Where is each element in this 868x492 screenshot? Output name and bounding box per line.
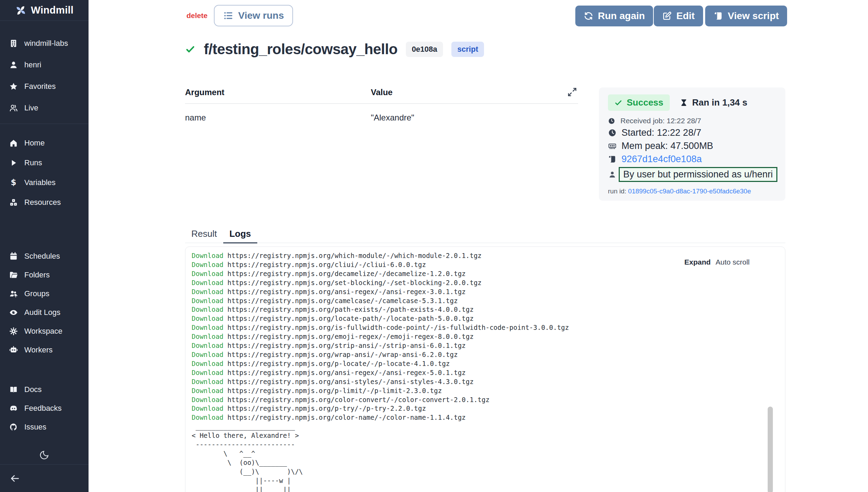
hourglass-icon [679,98,688,107]
expand-logs-button[interactable]: Expand [684,258,711,266]
github-icon [9,423,18,432]
hash-badge: 0e108a [406,42,443,57]
view-script-button[interactable]: View script [705,6,787,26]
book-icon [9,385,18,394]
log-download-label: Download [192,306,224,313]
sidebar-item-resources[interactable]: Resources [0,192,89,212]
log-download-label: Download [192,369,224,376]
scroll-icon [608,155,617,164]
script-scroll-icon [713,11,723,21]
sidebar-section-0: windmill-labshenriFavoritesLive [0,33,89,119]
sidebar-item-feedbacks[interactable]: Feedbacks [0,399,89,418]
check-icon [614,99,623,107]
sidebar-item-home[interactable]: Home [0,133,89,153]
tab-result[interactable]: Result [185,225,223,243]
sidebar-item-schedules[interactable]: Schedules [0,247,89,266]
log-download-label: Download [192,288,224,295]
sidebar-item-favorites[interactable]: Favorites [0,76,89,97]
sidebar-item-label: Runs [24,158,42,167]
list-icon [223,10,233,21]
bot-icon [9,345,18,355]
log-download-label: Download [192,315,224,322]
collapse-sidebar-button[interactable] [0,465,89,492]
script-kind-badge: script [451,42,484,57]
run-again-label: Run again [598,10,645,22]
duration-label: Ran in 1,34 s [692,97,748,108]
clock-icon [608,128,617,137]
status-label: Success [627,97,663,108]
started-row: Started: 12:22 28/7 [608,127,776,138]
windmill-logo[interactable]: Windmill [0,0,89,21]
permission-box: By user but permissioned as u/henri [619,167,777,182]
sidebar-item-label: Favorites [24,82,56,91]
sidebar-item-label: Folders [24,270,50,280]
sidebar-item-label: windmill-labs [24,39,68,48]
building-icon [9,39,18,48]
title-row: f/testing_roles/cowsay_hello 0e108a scri… [185,41,484,58]
log-download-label: Download [192,414,224,421]
log-download-label: Download [192,252,224,259]
home-icon [9,139,18,148]
status-row: Success Ran in 1,34 s [608,94,776,111]
sidebar: Windmill windmill-labshenriFavoritesLive… [0,0,89,492]
sidebar-item-variables[interactable]: $Variables [0,173,89,192]
sidebar-item-runs[interactable]: Runs [0,153,89,173]
sidebar-item-windmill-labs[interactable]: windmill-labs [0,33,89,54]
log-output: Download https://registry.npmjs.org/whic… [185,247,785,492]
clock-icon [608,117,615,125]
received-job-label: Received job: 12:22 28/7 [620,117,701,125]
sidebar-item-live[interactable]: Live [0,97,89,119]
page-title: f/testing_roles/cowsay_hello [204,41,398,58]
arguments-table: Argument Value name"Alexandre" [185,87,578,123]
view-runs-button[interactable]: View runs [214,5,293,26]
windmill-pinwheel-icon [15,5,27,16]
sidebar-item-workspace[interactable]: Workspace [0,322,89,341]
autoscroll-toggle[interactable]: Auto scroll [716,258,750,266]
view-script-label: View script [728,10,779,22]
eye-icon [9,308,18,317]
sidebar-item-label: Live [24,103,38,112]
permission-row: By user but permissioned as u/henri [608,167,776,182]
memory-icon [608,142,617,150]
argument-row: name"Alexandre" [185,104,578,123]
view-runs-label: View runs [238,10,284,21]
arguments-table-header: Argument Value [185,87,578,104]
log-download-label: Download [192,342,224,349]
sidebar-item-issues[interactable]: Issues [0,418,89,436]
run-info-panel: Success Ran in 1,34 s Received job: 12:2… [599,87,785,201]
sidebar-item-label: Schedules [24,252,60,261]
argument-name: name [185,113,371,123]
sidebar-item-docs[interactable]: Docs [0,380,89,399]
moon-icon [39,450,50,460]
log-scrollbar-thumb[interactable] [768,407,773,492]
tab-logs[interactable]: Logs [223,225,257,243]
group-icon [9,289,18,298]
duration: Ran in 1,34 s [679,97,748,108]
maximize-icon[interactable] [567,87,578,98]
sidebar-item-workers[interactable]: Workers [0,341,89,359]
run-again-button[interactable]: Run again [575,6,653,26]
log-download-label: Download [192,351,224,358]
dark-mode-toggle[interactable] [0,445,89,464]
edit-button[interactable]: Edit [654,6,703,26]
log-download-label: Download [192,270,224,277]
run-id-link[interactable]: 01899c05-c9a0-d8ac-1790-e50fadc6e30e [628,187,751,195]
sidebar-item-label: henri [24,60,41,69]
log-download-label: Download [192,261,224,268]
script-hash-link[interactable]: 9267d1e4cf0e108a [621,154,702,165]
arrow-left-icon [10,473,20,484]
sidebar-item-groups[interactable]: Groups [0,284,89,303]
sidebar-nav: windmill-labshenriFavoritesLiveHomeRuns$… [0,21,89,436]
main-content: delete View runs Run again Edit View scr… [89,0,868,492]
sidebar-section-1: HomeRuns$VariablesResources [0,133,89,212]
run-id-label: run id: [608,187,626,195]
sidebar-item-henri[interactable]: henri [0,54,89,76]
started-label: Started: 12:22 28/7 [621,127,701,138]
delete-button[interactable]: delete [186,11,208,20]
sidebar-item-folders[interactable]: Folders [0,266,89,284]
sidebar-item-audit-logs[interactable]: Audit Logs [0,303,89,322]
boxes-icon [9,198,18,207]
log-download-label: Download [192,378,224,385]
star-icon [9,82,18,91]
argument-value: "Alexandre" [371,113,414,123]
